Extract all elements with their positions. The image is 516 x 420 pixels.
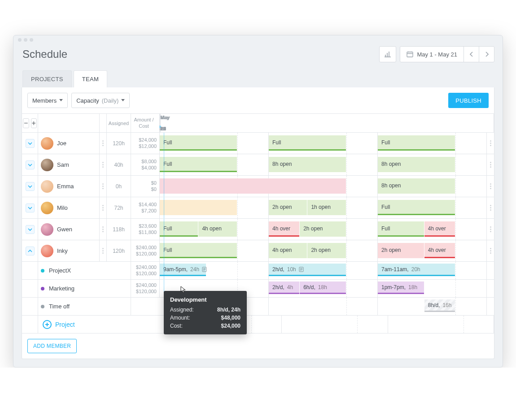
assigned-hours: 72h — [107, 197, 131, 218]
allocation-bar[interactable]: 8h open — [269, 157, 346, 172]
allocation-bar[interactable]: Full — [160, 221, 198, 237]
column-header-amount: Amount / Cost — [131, 114, 160, 132]
drag-handle[interactable] — [487, 197, 494, 218]
allocation-bar[interactable]: 2h/d, 4h — [269, 281, 299, 294]
allocation-bar[interactable]: 8h open — [378, 157, 455, 172]
allocation-bar[interactable]: 6h/d, 18h — [300, 281, 346, 294]
add-project-row[interactable]: Project — [22, 316, 494, 333]
allocation-bar[interactable]: 8h/d, 16h — [424, 299, 455, 312]
allocation-bar[interactable]: 2h open — [300, 221, 346, 237]
member-name: Emma — [57, 183, 74, 190]
filter-capacity[interactable]: Capacity (Daily) — [71, 93, 130, 108]
allocation-bar[interactable]: 9am-5pm, 24h — [160, 264, 206, 276]
allocation-bar[interactable]: 7am-11am, 20h — [378, 264, 455, 276]
drag-handle[interactable] — [100, 197, 107, 218]
filter-members-label: Members — [32, 97, 57, 104]
allocation-bar[interactable]: 4h over — [424, 243, 455, 258]
drag-handle[interactable] — [100, 176, 107, 197]
avatar — [41, 202, 53, 214]
allocation-bar[interactable]: 1pm-7pm, 18h — [378, 281, 424, 294]
allocation-bar[interactable]: 2h/d, 10h — [269, 264, 346, 276]
tooltip-title: Development — [170, 296, 241, 303]
filter-capacity-label: Capacity — [76, 97, 99, 104]
allocation-bar[interactable]: 4h over — [424, 221, 455, 237]
project-row: Time off 8h/d, 16h — [22, 298, 494, 316]
allocation-bar[interactable]: Full — [160, 157, 237, 172]
allocation-bar[interactable]: Full — [269, 135, 346, 151]
plus-circle-icon — [43, 320, 52, 329]
allocation-bar[interactable]: Full — [160, 243, 237, 258]
row-toggle[interactable] — [26, 182, 35, 191]
add-project-button[interactable]: Project — [41, 320, 75, 329]
cursor-icon — [180, 286, 187, 294]
amount-cost: $240,000$120,000 — [131, 240, 160, 261]
add-member-button[interactable]: ADD MEMBER — [27, 339, 77, 353]
team-row: Gwen 118h $23,600$11,800 Full4h open4h o… — [22, 219, 494, 240]
prev-range-button[interactable] — [464, 47, 479, 62]
date-range[interactable]: May 1 - May 21 — [417, 51, 457, 58]
allocation-bar[interactable] — [160, 200, 237, 215]
allocation-bar[interactable] — [269, 178, 346, 194]
drag-handle[interactable] — [100, 154, 107, 175]
drag-handle[interactable] — [100, 133, 107, 154]
allocation-tooltip: Development Assigned:8h/d, 24h Amount:$4… — [164, 291, 247, 334]
drag-handle[interactable] — [487, 176, 494, 197]
next-range-button[interactable] — [479, 47, 494, 62]
drag-handle[interactable] — [487, 219, 494, 240]
allocation-bar[interactable]: 2h open — [269, 200, 307, 215]
assigned-hours: 120h — [107, 133, 131, 154]
allocation-bar[interactable]: 4h open — [198, 221, 236, 237]
row-toggle[interactable] — [26, 160, 35, 169]
allocation-bar[interactable]: Full — [378, 135, 455, 151]
allocation-bar[interactable]: 4h open — [269, 243, 307, 258]
publish-button[interactable]: PUBLISH — [448, 93, 489, 108]
allocation-bar[interactable] — [160, 178, 269, 194]
filter-capacity-value: (Daily) — [102, 97, 119, 104]
team-row: Sam 40h $8,000$4,000 Full8h open8h open — [22, 154, 494, 176]
allocation-bar[interactable]: 8h open — [378, 178, 455, 194]
team-row: Emma 0h $0$0 8h open — [22, 176, 494, 197]
row-toggle[interactable] — [26, 139, 35, 148]
drag-handle[interactable] — [487, 154, 494, 175]
allocation-bar[interactable]: 2h open — [307, 243, 345, 258]
avatar — [41, 223, 53, 236]
amount-cost: $240,000$120,000 — [131, 280, 160, 297]
caret-down-icon — [121, 99, 125, 102]
svg-rect-0 — [407, 52, 413, 57]
drag-handle[interactable] — [100, 219, 107, 240]
filter-members[interactable]: Members — [27, 93, 68, 108]
project-row: ProjectX $240,000$120,000 9am-5pm, 24h 2… — [22, 262, 494, 280]
project-color-dot — [41, 269, 44, 273]
allocation-bar[interactable]: Full — [378, 200, 455, 215]
member-name: Joe — [57, 140, 66, 147]
allocation-bar[interactable]: Full — [378, 221, 424, 237]
drag-handle[interactable] — [487, 133, 494, 154]
project-name: Marketing — [49, 285, 74, 292]
row-toggle[interactable] — [26, 225, 35, 234]
page-title: Schedule — [22, 48, 67, 61]
member-name: Milo — [57, 204, 68, 211]
amount-cost: $240,000$120,000 — [131, 262, 160, 279]
collapse-all-button[interactable]: − — [23, 118, 29, 128]
allocation-bar[interactable]: Full — [160, 135, 237, 151]
calendar-icon — [407, 51, 413, 57]
amount-cost: $24,000$12,000 — [131, 133, 160, 154]
allocation-bar[interactable]: 4h over — [269, 221, 299, 237]
drag-handle[interactable] — [100, 240, 107, 261]
expand-all-button[interactable]: + — [31, 118, 37, 128]
team-row: Inky 120h $240,000$120,000 Full4h open2h… — [22, 240, 494, 262]
row-toggle[interactable] — [26, 204, 35, 212]
note-icon — [202, 267, 207, 272]
avatar — [41, 159, 53, 171]
assigned-hours: 0h — [107, 176, 131, 197]
allocation-bar[interactable]: 1h open — [307, 200, 345, 215]
drag-handle[interactable] — [487, 240, 494, 261]
view-chart-button[interactable] — [379, 46, 396, 62]
allocation-bar[interactable]: 2h open — [378, 243, 424, 258]
window-chrome — [13, 35, 503, 41]
row-toggle[interactable] — [26, 247, 35, 255]
tab-projects[interactable]: PROJECTS — [22, 70, 72, 87]
caret-down-icon — [59, 99, 63, 102]
tab-team[interactable]: TEAM — [74, 70, 107, 87]
assigned-hours: 120h — [107, 240, 131, 261]
